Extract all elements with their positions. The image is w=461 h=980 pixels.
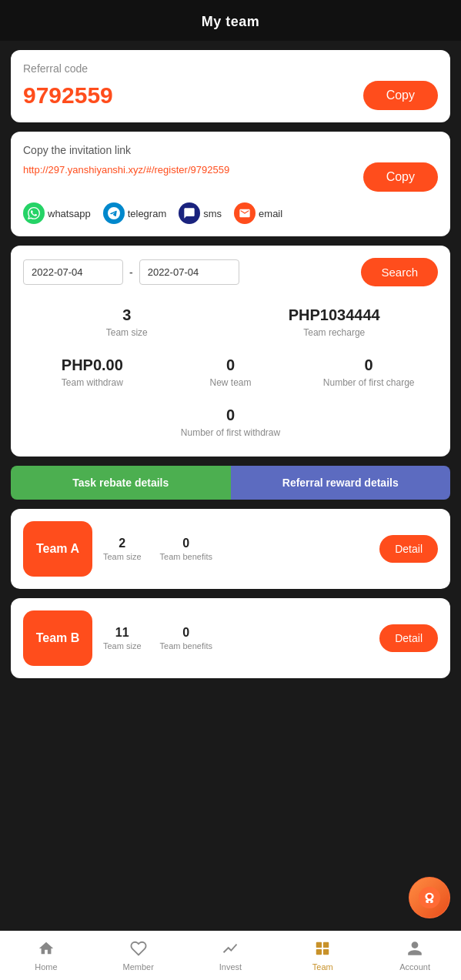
team-a-size-value: 2 bbox=[103, 537, 142, 550]
first-charge-label: Number of first charge bbox=[302, 377, 435, 388]
first-withdraw-stat: 0 Number of first withdraw bbox=[23, 400, 438, 444]
team-recharge-value: PHP1034444 bbox=[234, 306, 436, 324]
start-date-input[interactable] bbox=[23, 259, 123, 285]
team-b-size-value: 11 bbox=[103, 626, 142, 640]
bottom-nav: Home Member Invest Team Account bbox=[0, 931, 461, 980]
invitation-link: http://297.yanshiyanshi.xyz/#/register/9… bbox=[23, 162, 356, 178]
team-b-benefits: 0 Team benefits bbox=[160, 626, 212, 651]
email-icon bbox=[234, 202, 256, 224]
first-charge-value: 0 bbox=[302, 356, 435, 374]
team-a-detail-button[interactable]: Detail bbox=[379, 535, 438, 563]
team-b-card: Team B 11 Team size 0 Team benefits Deta… bbox=[11, 598, 450, 678]
sms-label: sms bbox=[203, 208, 222, 219]
invest-icon bbox=[222, 940, 239, 960]
svg-rect-5 bbox=[316, 942, 322, 948]
email-share[interactable]: email bbox=[234, 202, 282, 224]
svg-rect-6 bbox=[323, 942, 329, 948]
referral-label: Referral code bbox=[23, 62, 438, 75]
team-b-detail-button[interactable]: Detail bbox=[379, 624, 438, 652]
copy-link-button[interactable]: Copy bbox=[363, 162, 438, 192]
team-b-badge: Team B bbox=[23, 610, 92, 666]
svg-point-2 bbox=[427, 895, 432, 899]
team-size-value: 3 bbox=[26, 306, 228, 324]
new-team-label: New team bbox=[165, 377, 297, 388]
team-recharge-stat: PHP1034444 Team recharge bbox=[231, 300, 439, 344]
team-a-size-label: Team size bbox=[103, 552, 142, 561]
search-button[interactable]: Search bbox=[361, 258, 438, 286]
home-icon bbox=[38, 940, 55, 960]
referral-code-value: 9792559 bbox=[23, 82, 113, 109]
end-date-input[interactable] bbox=[139, 259, 239, 285]
member-icon bbox=[130, 940, 147, 960]
new-team-stat: 0 New team bbox=[162, 350, 300, 394]
sms-icon bbox=[179, 202, 200, 224]
first-withdraw-label: Number of first withdraw bbox=[26, 427, 435, 438]
team-size-stat: 3 Team size bbox=[23, 300, 231, 344]
nav-invest-label: Invest bbox=[219, 962, 242, 972]
nav-invest[interactable]: Invest bbox=[185, 932, 277, 980]
first-withdraw-value: 0 bbox=[26, 406, 435, 424]
copy-referral-button[interactable]: Copy bbox=[363, 81, 438, 110]
invitation-link-card: Copy the invitation link http://297.yans… bbox=[11, 132, 450, 236]
nav-team[interactable]: Team bbox=[276, 932, 369, 980]
team-recharge-label: Team recharge bbox=[234, 327, 436, 338]
team-b-size: 11 Team size bbox=[103, 626, 142, 651]
task-rebate-tab[interactable]: Task rebate details bbox=[11, 466, 231, 500]
nav-account-label: Account bbox=[399, 962, 430, 972]
team-b-benefits-value: 0 bbox=[160, 626, 212, 640]
svg-rect-8 bbox=[323, 949, 329, 955]
team-b-size-label: Team size bbox=[103, 641, 142, 651]
referral-reward-tab[interactable]: Referral reward details bbox=[231, 466, 451, 500]
nav-account[interactable]: Account bbox=[369, 932, 461, 980]
team-icon bbox=[314, 940, 331, 960]
nav-team-label: Team bbox=[312, 962, 333, 972]
whatsapp-share[interactable]: whatsapp bbox=[23, 202, 91, 224]
team-a-badge: Team A bbox=[23, 521, 92, 577]
tab-bar: Task rebate details Referral reward deta… bbox=[11, 466, 450, 500]
nav-home-label: Home bbox=[35, 962, 57, 972]
team-withdraw-value: PHP0.00 bbox=[26, 356, 159, 374]
email-label: email bbox=[259, 208, 282, 219]
account-icon bbox=[406, 940, 423, 960]
stats-card: - Search 3 Team size PHP1034444 Team rec… bbox=[11, 246, 450, 457]
telegram-share[interactable]: telegram bbox=[103, 202, 167, 224]
team-a-size: 2 Team size bbox=[103, 537, 142, 561]
team-a-card: Team A 2 Team size 0 Team benefits Detai… bbox=[11, 509, 450, 589]
nav-member[interactable]: Member bbox=[92, 932, 185, 980]
page-title: My team bbox=[0, 0, 461, 41]
nav-member-label: Member bbox=[123, 962, 154, 972]
svg-point-4 bbox=[429, 901, 431, 903]
invitation-label: Copy the invitation link bbox=[23, 144, 438, 156]
svg-rect-7 bbox=[316, 949, 322, 955]
telegram-label: telegram bbox=[128, 208, 167, 219]
new-team-value: 0 bbox=[165, 356, 297, 374]
team-size-label: Team size bbox=[26, 327, 228, 338]
support-icon bbox=[409, 878, 449, 918]
support-bubble[interactable] bbox=[409, 877, 450, 918]
team-a-benefits-label: Team benefits bbox=[160, 552, 212, 561]
telegram-icon bbox=[103, 202, 125, 224]
team-a-benefits-value: 0 bbox=[160, 537, 212, 550]
sms-share[interactable]: sms bbox=[179, 202, 222, 224]
team-withdraw-label: Team withdraw bbox=[26, 377, 159, 388]
date-separator: - bbox=[129, 266, 133, 279]
nav-home[interactable]: Home bbox=[0, 932, 92, 980]
whatsapp-icon bbox=[23, 202, 45, 224]
whatsapp-label: whatsapp bbox=[48, 208, 91, 219]
team-withdraw-stat: PHP0.00 Team withdraw bbox=[23, 350, 162, 394]
first-charge-stat: 0 Number of first charge bbox=[299, 350, 438, 394]
referral-code-card: Referral code 9792559 Copy bbox=[11, 50, 450, 122]
team-b-benefits-label: Team benefits bbox=[160, 641, 212, 651]
team-a-benefits: 0 Team benefits bbox=[160, 537, 212, 561]
